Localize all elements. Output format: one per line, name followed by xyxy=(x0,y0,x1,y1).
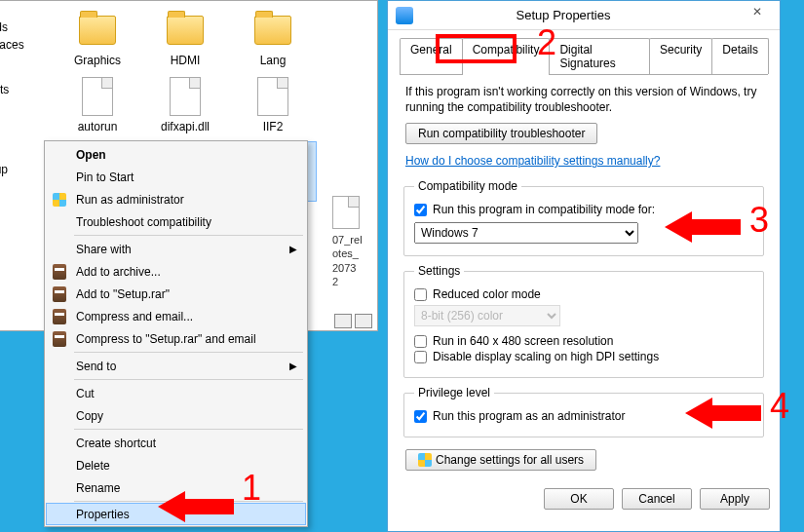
compat-mode-checkbox-row[interactable]: Run this program in compatibility mode f… xyxy=(414,203,753,216)
tab-details[interactable]: Details xyxy=(711,38,769,74)
how-do-i-link[interactable]: How do I choose compatibility settings m… xyxy=(405,154,660,168)
folder-hdmi[interactable]: HDMI xyxy=(141,9,229,67)
group-label: Privilege level xyxy=(414,386,494,399)
shield-icon xyxy=(418,453,432,467)
apply-button[interactable]: Apply xyxy=(700,488,770,510)
app-icon xyxy=(396,7,413,24)
winrar-icon xyxy=(53,264,66,280)
dialog-title: Setup Properties xyxy=(421,8,735,22)
ctx-copy[interactable]: Copy xyxy=(47,404,305,427)
ctx-open[interactable]: Open xyxy=(47,143,305,166)
tab-digital-signatures[interactable]: Digital Signatures xyxy=(549,38,650,74)
ctx-troubleshoot-compat[interactable]: Troubleshoot compatibility xyxy=(47,210,305,233)
file-iif2[interactable]: IIF2 xyxy=(229,75,317,133)
dialog-button-row: OK Cancel Apply xyxy=(388,482,780,515)
faded-file: 07_rel otes_ 2073 2 xyxy=(332,196,363,288)
run-as-admin-checkbox[interactable] xyxy=(414,410,427,423)
file-icon xyxy=(170,77,201,116)
separator xyxy=(74,379,303,380)
ctx-compress-to-setup-and-email[interactable]: Compress to "Setup.rar" and email xyxy=(47,327,305,350)
privilege-level-group: Privilege level Run this program as an a… xyxy=(403,386,764,437)
nav-item[interactable]: tures xyxy=(0,116,50,133)
ctx-share-with[interactable]: Share with▶ xyxy=(47,238,305,260)
close-button[interactable]: ✕ xyxy=(735,2,779,23)
file-icon xyxy=(257,77,288,116)
file-autorun[interactable]: autorun xyxy=(54,75,141,133)
folder-icon xyxy=(167,16,204,45)
setup-properties-dialog: Setup Properties ✕ General Compatibility… xyxy=(387,0,781,532)
ctx-add-to-setup-rar[interactable]: Add to "Setup.rar" xyxy=(47,283,305,305)
run-640x480-label: Run in 640 x 480 screen resolution xyxy=(433,334,613,348)
reduced-color-checkbox[interactable] xyxy=(414,288,427,301)
view-switcher[interactable] xyxy=(334,314,372,328)
nav-item[interactable]: cuments xyxy=(0,81,50,98)
ctx-pin-to-start[interactable]: Pin to Start xyxy=(47,166,305,188)
nav-item[interactable]: puter xyxy=(0,188,50,206)
winrar-icon xyxy=(53,309,66,324)
submenu-arrow-icon: ▶ xyxy=(289,244,297,254)
nav-item[interactable]: vork xyxy=(0,215,50,233)
run-as-admin-checkbox-row[interactable]: Run this program as an administrator xyxy=(414,409,753,423)
file-icon xyxy=(82,77,113,116)
icons-view-icon[interactable] xyxy=(355,314,372,328)
ctx-delete[interactable]: Delete xyxy=(47,454,305,476)
ctx-create-shortcut[interactable]: Create shortcut xyxy=(47,432,305,454)
ctx-rename[interactable]: Rename xyxy=(47,476,305,499)
separator xyxy=(74,429,303,430)
ctx-compress-and-email[interactable]: Compress and email... xyxy=(47,305,305,327)
intro-text: If this program isn't working correctly … xyxy=(400,75,768,121)
disable-dpi-scaling-label: Disable display scaling on high DPI sett… xyxy=(433,350,659,363)
run-compat-troubleshooter-button[interactable]: Run compatibility troubleshooter xyxy=(405,123,597,144)
nav-item[interactable]: sic xyxy=(0,98,50,116)
ctx-properties[interactable]: Properties xyxy=(46,503,306,525)
run-as-admin-label: Run this program as an administrator xyxy=(433,409,625,423)
color-depth-select: 8-bit (256) color xyxy=(414,305,560,326)
separator xyxy=(74,352,303,353)
nav-item[interactable]: wnloads xyxy=(0,19,50,36)
winrar-icon xyxy=(53,331,66,347)
disable-dpi-scaling-checkbox-row[interactable]: Disable display scaling on high DPI sett… xyxy=(414,350,753,363)
nav-item[interactable]: cent places xyxy=(0,36,50,54)
folder-icon xyxy=(254,16,291,45)
file-difxapi[interactable]: difxapi.dll xyxy=(141,75,229,133)
nav-item[interactable]: ries xyxy=(0,63,50,81)
compat-mode-checkbox[interactable] xyxy=(414,204,427,216)
compat-mode-select[interactable]: Windows 7 xyxy=(414,222,638,244)
run-640x480-checkbox[interactable] xyxy=(414,335,427,348)
ctx-cut[interactable]: Cut xyxy=(47,382,305,404)
tab-security[interactable]: Security xyxy=(649,38,712,74)
file-icon xyxy=(332,196,360,229)
ctx-add-to-archive[interactable]: Add to archive... xyxy=(47,260,305,283)
ctx-run-as-admin[interactable]: Run as administrator xyxy=(47,188,305,210)
reduced-color-checkbox-row[interactable]: Reduced color mode xyxy=(414,287,753,301)
run-640x480-checkbox-row[interactable]: Run in 640 x 480 screen resolution xyxy=(414,334,753,348)
context-menu: Open Pin to Start Run as administrator T… xyxy=(44,140,308,527)
folder-graphics[interactable]: Graphics xyxy=(54,9,141,67)
compatibility-mode-group: Compatibility mode Run this program in c… xyxy=(403,179,764,256)
separator xyxy=(74,235,303,236)
tab-strip: General Compatibility Digital Signatures… xyxy=(400,38,768,75)
tab-compatibility[interactable]: Compatibility xyxy=(462,38,551,75)
nav-pane: sktop wnloads cent places ries cuments s… xyxy=(0,1,50,332)
ctx-send-to[interactable]: Send to▶ xyxy=(47,355,305,377)
compat-mode-label: Run this program in compatibility mode f… xyxy=(433,203,655,216)
nav-item[interactable]: negroup xyxy=(0,161,50,178)
winrar-icon xyxy=(53,286,66,302)
group-label: Compatibility mode xyxy=(414,179,521,193)
shield-icon xyxy=(53,193,66,207)
nav-item[interactable]: sktop xyxy=(0,1,50,19)
tab-general[interactable]: General xyxy=(400,38,463,74)
change-settings-all-users-button[interactable]: Change settings for all users xyxy=(405,449,596,471)
nav-item[interactable]: leos xyxy=(0,133,50,151)
group-label: Settings xyxy=(414,264,464,278)
settings-group: Settings Reduced color mode 8-bit (256) … xyxy=(403,264,764,378)
ok-button[interactable]: OK xyxy=(544,488,614,510)
folder-lang[interactable]: Lang xyxy=(229,9,317,67)
folder-icon xyxy=(79,16,116,45)
reduced-color-label: Reduced color mode xyxy=(433,287,541,301)
disable-dpi-scaling-checkbox[interactable] xyxy=(414,351,427,363)
cancel-button[interactable]: Cancel xyxy=(622,488,692,510)
titlebar: Setup Properties ✕ xyxy=(388,1,780,30)
details-view-icon[interactable] xyxy=(334,314,352,328)
separator xyxy=(74,501,303,502)
